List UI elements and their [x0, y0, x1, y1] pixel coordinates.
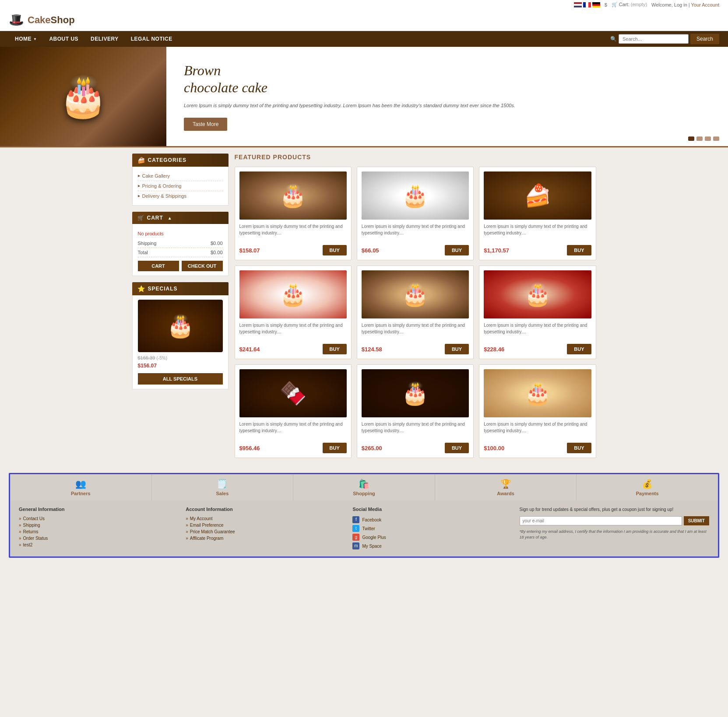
- buy-button-1[interactable]: BUY: [323, 245, 347, 255]
- hero-dots: [688, 136, 719, 141]
- sales-icon: 🗒️: [217, 479, 228, 489]
- product-bottom-2: $66.05 BUY: [362, 245, 469, 255]
- shopping-icon: 🛍️: [359, 479, 369, 489]
- checkout-button[interactable]: CHECK OUT: [182, 261, 223, 271]
- buy-button-4[interactable]: BUY: [323, 344, 347, 354]
- product-card-3: 🍰 Lorem ipsum is simply dummy text of th…: [479, 167, 596, 260]
- product-bottom-3: $1,170.57 BUY: [484, 245, 591, 255]
- payments-label: Payments: [636, 491, 659, 496]
- cart-body: No products Shipping $0.00 Total $0.00 C…: [132, 224, 229, 276]
- nav-item-delivery[interactable]: DELIVERY: [84, 31, 125, 47]
- sidebar-link-delivery[interactable]: Delivery & Shippings: [138, 191, 223, 201]
- hero-dot-2[interactable]: [696, 136, 703, 141]
- nav-item-home[interactable]: HOME ▼: [9, 31, 43, 47]
- buy-button-3[interactable]: BUY: [567, 245, 591, 255]
- product-price-7: $956.46: [239, 445, 260, 451]
- social-twitter[interactable]: t Twitter: [352, 524, 510, 533]
- hero-dot-4[interactable]: [713, 136, 719, 141]
- hero-section: 🎂 Brown chocolate cake Lorem Ipsum is si…: [0, 47, 728, 147]
- hero-cta-button[interactable]: Taste More: [184, 118, 227, 131]
- footer-tab-awards[interactable]: 🏆 Awards: [435, 474, 577, 500]
- site-logo[interactable]: 🎩 CakeShop: [9, 13, 75, 27]
- cart-button[interactable]: CART: [138, 261, 179, 271]
- product-desc-4: Lorem ipsum is simply dummy text of the …: [239, 322, 347, 340]
- specials-body: 🎂 $166.39 (-5%) $156.07 ALL SPECIALS: [132, 295, 229, 389]
- product-price-1: $158.07: [239, 247, 260, 254]
- shopping-label: Shopping: [353, 491, 375, 496]
- flag-de[interactable]: [592, 2, 600, 7]
- sidebar-link-cake-gallery[interactable]: Cake Gallery: [138, 171, 223, 181]
- footer-link-price-match[interactable]: Price Match Guarantee: [186, 528, 344, 535]
- footer-link-affiliate[interactable]: Afflicate Program: [186, 535, 344, 542]
- footer-tab-partners[interactable]: 👥 Partners: [10, 474, 152, 500]
- search-icon: 🔍: [610, 36, 617, 42]
- footer-link-contact[interactable]: Contact Us: [19, 515, 177, 522]
- product-desc-1: Lorem ipsum is simply dummy text of the …: [239, 223, 347, 241]
- buy-button-6[interactable]: BUY: [567, 344, 591, 354]
- cart-toggle-arrow[interactable]: ▲: [168, 216, 172, 220]
- buy-button-5[interactable]: BUY: [445, 344, 469, 354]
- buy-button-9[interactable]: BUY: [567, 443, 591, 453]
- payments-icon: 💰: [642, 479, 653, 489]
- product-image-3: 🍰: [484, 171, 591, 220]
- newsletter-form: SUBMIT: [520, 516, 709, 525]
- hero-image: 🎂: [0, 47, 166, 147]
- specials-icon: ⭐: [137, 285, 145, 292]
- login-link[interactable]: Log in: [674, 2, 687, 7]
- buy-button-8[interactable]: BUY: [445, 443, 469, 453]
- product-card-4: 🎂 Lorem ipsum is simply dummy text of th…: [235, 266, 352, 359]
- flag-us[interactable]: [574, 2, 582, 7]
- hero-title: Brown chocolate cake: [184, 62, 710, 96]
- welcome-text: Welcome, Log in | Your Account: [651, 2, 719, 7]
- product-image-8: 🎂: [362, 369, 469, 417]
- social-googleplus[interactable]: g Google Plus: [352, 533, 510, 542]
- search-input[interactable]: [619, 34, 689, 44]
- search-button[interactable]: Search: [690, 34, 719, 44]
- nav-item-about[interactable]: ABOUT US: [43, 31, 84, 47]
- footer-tab-payments[interactable]: 💰 Payments: [577, 474, 718, 500]
- footer-link-test2[interactable]: test2: [19, 542, 177, 548]
- buy-button-7[interactable]: BUY: [323, 443, 347, 453]
- all-specials-button[interactable]: ALL SPECIALS: [138, 373, 223, 385]
- product-image-5: 🎂: [362, 270, 469, 318]
- footer-link-returns[interactable]: Returns: [19, 528, 177, 535]
- footer-link-order-status[interactable]: Order Status: [19, 535, 177, 542]
- nav-bar: HOME ▼ ABOUT US DELIVERY LEGAL NOTICE 🔍 …: [0, 31, 728, 47]
- product-price-6: $228.46: [484, 346, 504, 353]
- flag-fr[interactable]: [583, 2, 591, 7]
- sidebar-link-pricing[interactable]: Pricing & Ordering: [138, 181, 223, 191]
- footer-tab-shopping[interactable]: 🛍️ Shopping: [293, 474, 435, 500]
- newsletter-submit-button[interactable]: SUBMIT: [684, 516, 709, 525]
- product-desc-7: Lorem ipsum is simply dummy text of the …: [239, 421, 347, 439]
- product-card-2: 🎂 Lorem ipsum is simply dummy text of th…: [357, 167, 474, 260]
- account-link[interactable]: Your Account: [691, 2, 719, 7]
- cart-shipping-row: Shipping $0.00: [138, 239, 223, 248]
- language-flags[interactable]: [574, 2, 600, 7]
- specials-header: ⭐ SPECIALS: [132, 282, 229, 295]
- partners-icon: 👥: [75, 479, 86, 489]
- nav-item-legal[interactable]: LEGAL NOTICE: [125, 31, 179, 47]
- footer-tabs: 👥 Partners 🗒️ Sales 🛍️ Shopping 🏆 Awards…: [10, 474, 718, 500]
- footer-link-my-account[interactable]: My Account: [186, 515, 344, 522]
- footer-tab-sales[interactable]: 🗒️ Sales: [152, 474, 294, 500]
- footer-link-shipping[interactable]: Shipping: [19, 522, 177, 528]
- hero-dot-1[interactable]: [688, 136, 694, 141]
- product-desc-3: Lorem ipsum is simply dummy text of the …: [484, 223, 591, 241]
- buy-button-2[interactable]: BUY: [445, 245, 469, 255]
- twitter-icon: t: [352, 525, 359, 532]
- hero-dot-3[interactable]: [705, 136, 711, 141]
- awards-icon: 🏆: [500, 479, 511, 489]
- social-title: Social Media: [352, 507, 510, 512]
- newsletter-email-input[interactable]: [520, 516, 682, 525]
- social-facebook[interactable]: f Facebook: [352, 515, 510, 524]
- hero-content: Brown chocolate cake Lorem Ipsum is simp…: [166, 49, 728, 143]
- currency-selector[interactable]: $: [605, 2, 607, 7]
- footer-bottom: General Information Contact Us Shipping …: [10, 500, 718, 556]
- product-image-7: 🍫: [239, 369, 347, 417]
- social-myspace[interactable]: m My Space: [352, 542, 510, 550]
- newsletter-disclaimer: *By entering my email address, I certify…: [520, 529, 709, 540]
- cart-empty-message: No products: [138, 228, 223, 239]
- googleplus-icon: g: [352, 534, 359, 541]
- footer-link-email-pref[interactable]: Email Preference: [186, 522, 344, 528]
- footer-general-info: General Information Contact Us Shipping …: [19, 507, 177, 550]
